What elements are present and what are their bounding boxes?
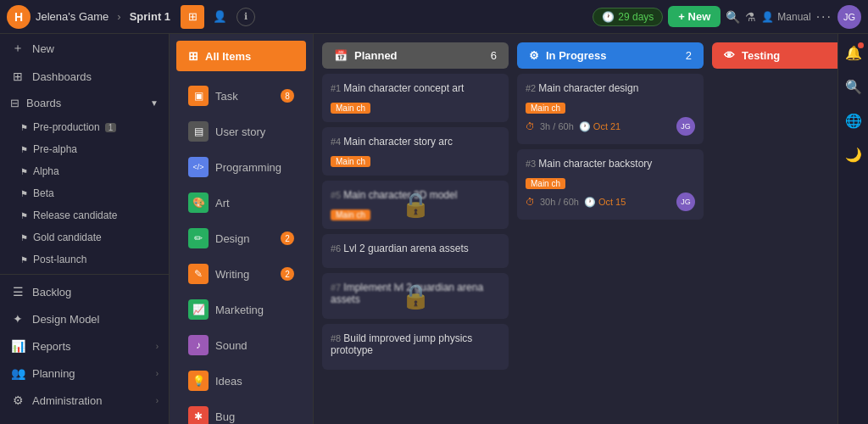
card-7[interactable]: #7 Implement lvl 2 guardian arena assets… — [322, 273, 509, 319]
column-planned: 📅 Planned 6 #1 Main character concept ar… — [322, 42, 509, 416]
card-5[interactable]: #5 Main character 3D model Main ch 🔒 — [322, 181, 509, 229]
person-view-button[interactable]: 👤 — [208, 5, 231, 29]
sidebar-item-administration[interactable]: ⚙ Administration › — [0, 387, 169, 414]
flag-icon: ⚑ — [20, 123, 28, 132]
art-icon: 🎨 — [188, 192, 209, 213]
lock-icon-7: 🔒 — [401, 282, 431, 310]
board-columns: 📅 Planned 6 #1 Main character concept ar… — [314, 34, 837, 424]
card-8[interactable]: #8 Build improved jump physics prototype — [322, 324, 509, 370]
sidebar-subitem-release[interactable]: ⚑ Release candidate — [0, 204, 169, 226]
sidebar-item-reports[interactable]: 📊 Reports › — [0, 332, 169, 360]
moon-icon[interactable]: 🌙 — [842, 142, 865, 166]
project-name[interactable]: Jelena's Game — [36, 10, 108, 23]
reports-arrow-icon: › — [156, 342, 159, 351]
column-planned-header: 📅 Planned 6 — [322, 42, 509, 69]
filter-icon[interactable]: ⚗ — [745, 10, 756, 24]
right-search-icon[interactable]: 🔍 — [842, 75, 865, 98]
category-programming[interactable]: </> Programming — [176, 150, 306, 184]
search-icon[interactable]: 🔍 — [726, 10, 740, 24]
category-ideas[interactable]: 💡 Ideas — [176, 364, 306, 398]
writing-icon: ✎ — [188, 264, 209, 284]
globe-icon[interactable]: 🌐 — [842, 109, 865, 132]
sidebar-item-new[interactable]: ＋ New — [0, 34, 169, 63]
admin-icon: ⚙ — [10, 393, 25, 407]
flag-icon: ⚑ — [20, 233, 28, 243]
inprogress-gear-icon: ⚙ — [529, 49, 539, 62]
left-sidebar: ＋ New ⊞ Dashboards ⊟ Boards ▼ ⚑ Pre-prod… — [0, 34, 170, 424]
card-1-title: #1 Main character concept art — [331, 82, 500, 94]
column-testing: 👁 Testing — [712, 42, 837, 416]
sidebar-divider — [0, 274, 169, 275]
sidebar-subitem-beta[interactable]: ⚑ Beta — [0, 182, 169, 204]
info-button[interactable]: ℹ — [236, 8, 255, 26]
flag-icon: ⚑ — [20, 145, 28, 154]
topbar-chevron-icon: › — [117, 10, 120, 23]
notification-button[interactable]: 🔔 — [842, 41, 865, 64]
manual-link[interactable]: 👤 Manual — [761, 11, 810, 23]
card-3-date: 🕐 Oct 15 — [584, 197, 626, 208]
sprint-name[interactable]: Sprint 1 — [130, 10, 170, 23]
category-design[interactable]: ✏ Design 2 — [176, 221, 306, 255]
card-2-meta: ⏱ 3h / 60h 🕐 Oct 21 JG — [526, 117, 695, 136]
testing-eye-icon: 👁 — [724, 49, 735, 62]
lock-overlay-7: 🔒 — [322, 273, 509, 319]
lock-overlay: 🔒 — [322, 181, 509, 229]
sidebar-subitem-postlaunch[interactable]: ⚑ Post-launch — [0, 248, 169, 271]
category-user-story[interactable]: ▤ User story — [176, 114, 306, 148]
sidebar-subitem-alpha[interactable]: ⚑ Alpha — [0, 160, 169, 182]
category-sound[interactable]: ♪ Sound — [176, 328, 306, 362]
right-sidebar: 🔔 🔍 🌐 🌙 — [837, 34, 868, 424]
sidebar-item-design-model[interactable]: ✦ Design Model — [0, 305, 169, 332]
column-testing-header: 👁 Testing — [712, 42, 837, 69]
sidebar-item-dashboards[interactable]: ⊞ Dashboards — [0, 63, 169, 90]
programming-icon: </> — [188, 157, 209, 177]
user-avatar[interactable]: JG — [837, 5, 861, 29]
design-cat-icon: ✏ — [188, 228, 209, 248]
category-marketing[interactable]: 📈 Marketing — [176, 293, 306, 326]
column-inprogress: ⚙ In Progress 2 #2 Main character design… — [517, 42, 704, 416]
flag-icon: ⚑ — [20, 189, 28, 198]
card-2-title: #2 Main character design — [526, 82, 695, 94]
backlog-icon: ☰ — [10, 285, 25, 298]
card-4-title: #4 Main character story arc — [331, 136, 500, 148]
planning-arrow-icon: › — [156, 369, 159, 378]
category-task[interactable]: ▣ Task 8 — [176, 79, 306, 113]
card-8-title: #8 Build improved jump physics prototype — [331, 332, 500, 356]
card-2[interactable]: #2 Main character design Main ch ⏱ 3h / … — [517, 74, 704, 144]
admin-arrow-icon: › — [156, 396, 159, 405]
boards-chevron-icon: ▼ — [150, 98, 159, 108]
card-6[interactable]: #6 Lvl 2 guardian arena assets — [322, 234, 509, 268]
card-1-tag: Main ch — [331, 103, 370, 114]
card-1[interactable]: #1 Main character concept art Main ch — [322, 74, 509, 122]
card-2-avatar: JG — [676, 117, 695, 136]
card-3-time: 30h / 60h — [540, 197, 579, 207]
sidebar-subitem-preproduction[interactable]: ⚑ Pre-production 1 — [0, 116, 169, 138]
app-logo[interactable]: H — [7, 5, 31, 29]
marketing-icon: 📈 — [188, 299, 209, 320]
timer-icon-3: ⏱ — [526, 197, 535, 207]
category-writing[interactable]: ✎ Writing 2 — [176, 257, 306, 291]
more-options-button[interactable]: ··· — [816, 9, 832, 25]
category-all-items[interactable]: ⊞ All Items — [176, 41, 306, 71]
card-3-avatar: JG — [676, 192, 695, 211]
card-4[interactable]: #4 Main character story arc Main ch — [322, 127, 509, 176]
category-bug[interactable]: ✱ Bug — [176, 399, 306, 424]
category-art[interactable]: 🎨 Art — [176, 186, 306, 220]
dashboards-icon: ⊞ — [10, 70, 25, 83]
plus-icon: ＋ — [10, 41, 25, 56]
sidebar-item-backlog[interactable]: ☰ Backlog — [0, 278, 169, 305]
card-4-tag: Main ch — [331, 156, 370, 167]
topbar: H Jelena's Game › Sprint 1 ⊞ 👤 ℹ 🕐 29 da… — [0, 0, 868, 34]
sidebar-subitem-prealpha[interactable]: ⚑ Pre-alpha — [0, 138, 169, 160]
boards-icon: ⊟ — [10, 97, 19, 109]
card-3[interactable]: #3 Main character backstory Main ch ⏱ 30… — [517, 149, 704, 220]
new-button[interactable]: + New — [668, 6, 721, 27]
grid-view-button[interactable]: ⊞ — [181, 5, 204, 29]
sidebar-subitem-gold[interactable]: ⚑ Gold candidate — [0, 226, 169, 248]
sidebar-item-boards[interactable]: ⊟ Boards ▼ — [0, 90, 169, 116]
manual-icon: 👤 — [761, 11, 774, 23]
user-story-icon: ▤ — [188, 121, 209, 142]
flag-icon: ⚑ — [20, 167, 28, 176]
card-3-tag: Main ch — [526, 178, 565, 189]
sidebar-item-planning[interactable]: 👥 Planning › — [0, 360, 169, 387]
